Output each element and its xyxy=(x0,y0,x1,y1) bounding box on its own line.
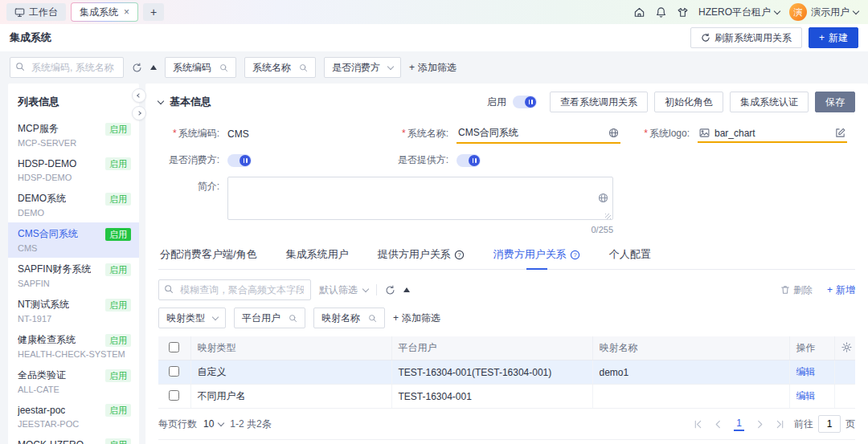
next-page-icon[interactable] xyxy=(755,420,764,429)
view-relation-button[interactable]: 查看系统调用关系 xyxy=(550,92,648,112)
section-collapse-icon[interactable] xyxy=(158,98,164,104)
tab-provider-user-relation[interactable]: 提供方用户关系 ? xyxy=(376,247,466,269)
system-list-item[interactable]: DEMO系统 启用 DEMO xyxy=(8,187,139,222)
init-role-button[interactable]: 初始化角色 xyxy=(654,92,723,112)
system-list-item[interactable]: NT测试系统 启用 NT-1917 xyxy=(8,293,139,328)
system-list-item[interactable]: SAPFIN财务系统 启用 SAPFIN xyxy=(8,258,139,293)
delete-button[interactable]: 删除 xyxy=(780,283,813,297)
tenant-label: HZERO平台租户 xyxy=(698,6,771,19)
tab-integration-users[interactable]: 集成系统用户 xyxy=(285,247,350,269)
sidebar-expand-button[interactable] xyxy=(132,106,146,120)
help-icon[interactable]: ? xyxy=(570,250,580,260)
search-icon xyxy=(164,284,174,294)
relation-search-input[interactable] xyxy=(158,279,311,300)
system-name: 全品类验证 xyxy=(18,369,66,382)
status-badge: 启用 xyxy=(105,334,131,347)
system-list-item[interactable]: MCP服务 启用 MCP-SERVER xyxy=(8,117,139,153)
filter-chip-system-code[interactable]: 系统编码 xyxy=(165,57,236,78)
enable-label: 启用 xyxy=(487,96,506,109)
last-page-icon[interactable] xyxy=(776,420,784,429)
is-consumer-toggle[interactable] xyxy=(227,154,252,167)
add-tab-button[interactable]: + xyxy=(143,3,164,21)
tab-consumer-user-relation[interactable]: 消费方用户关系 ? xyxy=(492,247,582,269)
system-list-item[interactable]: HDSP-DEMO 启用 HDSP-DEMO xyxy=(8,153,139,187)
table-row[interactable]: 自定义 TEST-16304-001(TEST-16304-001) demo1… xyxy=(158,360,855,385)
cell-platform-user: TEST-16304-001 xyxy=(391,385,592,409)
col-platform-user: 平台用户 xyxy=(391,336,592,360)
collapse-filter-icon[interactable] xyxy=(403,287,410,292)
intro-field: 简介: 0/255 xyxy=(158,177,628,234)
add-row-button[interactable]: + 新增 xyxy=(827,283,855,297)
system-list-item[interactable]: jeestar-poc 启用 JEESTAR-POC xyxy=(8,399,139,434)
section-title: 基本信息 xyxy=(170,95,211,109)
system-list-item-selected[interactable]: CMS合同系统 启用 CMS xyxy=(8,222,139,258)
is-provider-toggle[interactable] xyxy=(457,154,481,167)
tab-personal-config[interactable]: 个人配置 xyxy=(608,247,653,269)
system-list-item[interactable]: MOCK-HZERO 启用 MOCK-HZERO xyxy=(8,434,139,444)
plus-icon: + xyxy=(393,312,399,324)
tab-label: 分配消费客户端/角色 xyxy=(160,247,257,262)
image-icon xyxy=(699,128,710,138)
refresh-relation-button[interactable]: 刷新系统调用关系 xyxy=(690,27,802,48)
tab-label: 消费方用户关系 xyxy=(493,247,567,262)
collapse-filter-icon[interactable] xyxy=(150,65,157,70)
filter-chip-mapping-name[interactable]: 映射名称 xyxy=(313,308,385,328)
sidebar-collapse-button[interactable] xyxy=(132,88,146,103)
system-name-input[interactable]: CMS合同系统 xyxy=(457,124,620,144)
create-button[interactable]: + 新建 xyxy=(809,27,858,48)
user-name-label: 演示用户 xyxy=(811,6,850,19)
table-row[interactable]: 不同用户名 TEST-16304-001 编辑 xyxy=(158,385,855,409)
help-icon[interactable]: ? xyxy=(454,250,465,260)
edit-icon[interactable] xyxy=(835,128,845,138)
filter-chip-is-consumer[interactable]: 是否消费方 xyxy=(324,57,401,78)
save-button[interactable]: 保存 xyxy=(815,92,855,112)
first-page-icon[interactable] xyxy=(694,420,702,429)
close-icon[interactable]: × xyxy=(124,6,129,18)
system-list-item[interactable]: 健康检查系统 启用 HEALTH-CHECK-SYSTEM xyxy=(8,328,139,364)
filter-chip-mapping-type[interactable]: 映射类型 xyxy=(158,308,226,328)
globe-icon[interactable] xyxy=(598,193,608,203)
gear-icon[interactable] xyxy=(841,342,852,352)
filter-chip-system-name[interactable]: 系统名称 xyxy=(244,57,316,78)
row-checkbox[interactable] xyxy=(169,390,179,401)
current-page[interactable]: 1 xyxy=(734,418,744,431)
bell-icon[interactable] xyxy=(655,6,667,18)
system-logo-input[interactable]: bar_chart xyxy=(698,125,847,143)
tab-assign-client-role[interactable]: 分配消费客户端/角色 xyxy=(158,247,259,269)
enable-toggle[interactable] xyxy=(513,96,537,108)
search-icon xyxy=(219,63,228,72)
system-code: DEMO xyxy=(18,208,131,218)
basic-info-form: *系统编码: CMS *系统名称: CMS合同系统 *系统logo: xyxy=(158,124,855,234)
user-menu[interactable]: 演 演示用户 xyxy=(789,3,858,21)
chevron-down-icon xyxy=(218,420,224,426)
tenant-switcher[interactable]: HZERO平台租户 xyxy=(698,6,780,19)
edit-link[interactable]: 编辑 xyxy=(796,366,816,377)
row-checkbox[interactable] xyxy=(169,366,179,377)
goto-page-input[interactable] xyxy=(818,415,841,433)
default-filter-select[interactable]: 默认筛选 xyxy=(319,283,368,297)
prev-page-icon[interactable] xyxy=(714,420,723,429)
theme-shirt-icon[interactable] xyxy=(677,6,689,18)
add-filter-button[interactable]: + 添加筛选 xyxy=(409,61,457,75)
edit-link[interactable]: 编辑 xyxy=(796,390,816,401)
tab-integration[interactable]: 集成系统 × xyxy=(71,2,138,22)
list-search-input[interactable] xyxy=(10,57,124,78)
refresh-icon[interactable] xyxy=(132,63,142,73)
integration-auth-button[interactable]: 集成系统认证 xyxy=(730,92,809,112)
plus-icon: + xyxy=(819,32,825,43)
chip-label: 平台用户 xyxy=(242,312,280,325)
system-logo-label: 系统logo xyxy=(649,128,687,139)
page-size-select[interactable]: 10 xyxy=(203,418,223,430)
tab-workbench[interactable]: 工作台 xyxy=(6,3,66,21)
intro-textarea[interactable] xyxy=(227,177,613,220)
home-icon[interactable] xyxy=(633,6,645,18)
filter-chip-platform-user[interactable]: 平台用户 xyxy=(234,308,305,328)
add-filter-button[interactable]: + 添加筛选 xyxy=(393,312,440,325)
refresh-icon[interactable] xyxy=(385,285,395,295)
chip-label: 映射类型 xyxy=(166,312,205,325)
globe-icon[interactable] xyxy=(608,128,619,138)
system-list-item[interactable]: 全品类验证 启用 ALL-CATE xyxy=(8,364,139,399)
page-header: 集成系统 刷新系统调用关系 + 新建 xyxy=(0,24,868,51)
system-name: HDSP-DEMO xyxy=(18,158,76,169)
select-all-checkbox[interactable] xyxy=(169,342,179,352)
